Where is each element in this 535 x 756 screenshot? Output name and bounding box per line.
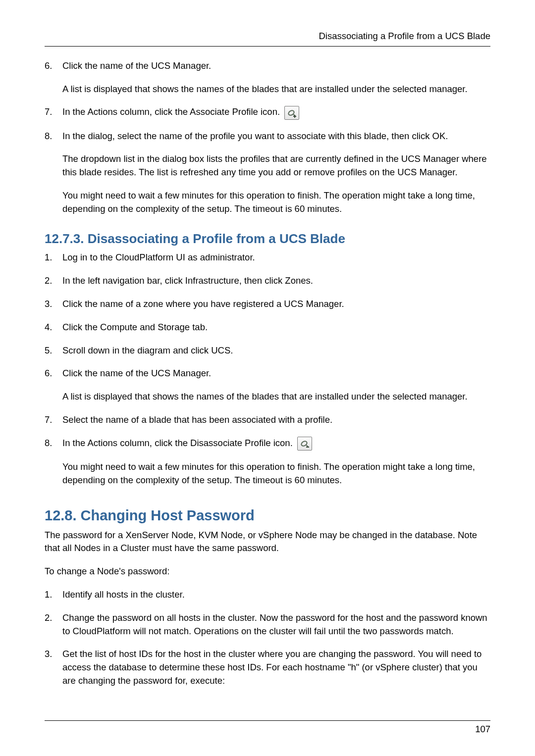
step-list-12-7-3: 1. Log in to the CloudPlatform UI as adm…: [45, 251, 490, 487]
step-number: 6.: [45, 367, 52, 380]
step-text: In the left navigation bar, click Infras…: [62, 274, 490, 288]
step-text-span: In the Actions column, click the Associa…: [62, 106, 280, 117]
list-item: 7. In the Actions column, click the Asso…: [45, 105, 490, 119]
step-text: Click the name of a zone where you have …: [62, 298, 490, 311]
step-text-span: In the Actions column, click the Disasso…: [62, 438, 293, 448]
disassociate-profile-icon: [297, 437, 312, 451]
step-text: You might need to wait a few minutes for…: [62, 460, 490, 487]
step-text: Get the list of host IDs for the host in…: [62, 648, 490, 687]
list-item: 2. Change the password on all hosts in t…: [45, 611, 490, 638]
step-text: Click the Compute and Storage tab.: [62, 321, 490, 334]
step-number: 5.: [45, 344, 52, 357]
step-list-12-8: 1. Identify all hosts in the cluster. 2.…: [45, 588, 490, 688]
step-number: 1.: [45, 588, 52, 602]
step-number: 3.: [45, 648, 52, 661]
step-text: Log in to the CloudPlatform UI as admini…: [62, 251, 490, 264]
list-item: 8. In the dialog, select the name of the…: [45, 130, 490, 216]
list-item: 3. Click the name of a zone where you ha…: [45, 298, 490, 311]
step-number: 3.: [45, 298, 52, 311]
step-text: Click the name of the UCS Manager.: [62, 367, 490, 380]
step-text: In the dialog, select the name of the pr…: [62, 130, 490, 143]
step-text: Select the name of a blade that has been…: [62, 413, 490, 427]
list-item: 2. In the left navigation bar, click Inf…: [45, 274, 490, 288]
step-number: 1.: [45, 251, 52, 264]
step-number: 8.: [45, 437, 52, 450]
list-item: 6. Click the name of the UCS Manager. A …: [45, 367, 490, 403]
list-item: 5. Scroll down in the diagram and click …: [45, 344, 490, 357]
step-number: 2.: [45, 611, 52, 625]
section-intro: The password for a XenServer Node, KVM N…: [45, 529, 490, 555]
running-header: Disassociating a Profile from a UCS Blad…: [45, 30, 490, 47]
list-item: 7. Select the name of a blade that has b…: [45, 413, 490, 427]
step-text: Identify all hosts in the cluster.: [62, 588, 490, 602]
step-text: A list is displayed that shows the names…: [62, 390, 490, 403]
step-number: 2.: [45, 274, 52, 288]
step-text: Scroll down in the diagram and click UCS…: [62, 344, 490, 357]
list-item: 1. Log in to the CloudPlatform UI as adm…: [45, 251, 490, 264]
list-item: 6. Click the name of the UCS Manager. A …: [45, 59, 490, 96]
step-number: 7.: [45, 105, 52, 119]
step-text: You might need to wait a few minutes for…: [62, 189, 490, 216]
step-text: A list is displayed that shows the names…: [62, 83, 490, 96]
page-number: 107: [45, 720, 490, 736]
step-text: Click the name of the UCS Manager.: [62, 59, 490, 73]
list-item: 1. Identify all hosts in the cluster.: [45, 588, 490, 602]
section-heading-12-7-3: 12.7.3. Disassociating a Profile from a …: [45, 230, 490, 249]
list-item: 4. Click the Compute and Storage tab.: [45, 321, 490, 334]
step-number: 7.: [45, 413, 52, 427]
step-number: 8.: [45, 130, 52, 143]
step-text: The dropdown list in the dialog box list…: [62, 152, 490, 179]
step-number: 4.: [45, 321, 52, 334]
step-number: 6.: [45, 59, 52, 73]
page-footer: 107: [45, 720, 490, 736]
step-text: In the Actions column, click the Associa…: [62, 105, 490, 119]
svg-line-5: [306, 445, 308, 447]
section-intro: To change a Node's password:: [45, 565, 490, 578]
section-heading-12-8: 12.8. Changing Host Password: [45, 505, 490, 526]
list-item: 8. In the Actions column, click the Disa…: [45, 437, 490, 487]
associate-profile-icon: [284, 106, 299, 120]
list-item: 3. Get the list of host IDs for the host…: [45, 648, 490, 687]
step-text: Change the password on all hosts in the …: [62, 611, 490, 638]
step-text: In the Actions column, click the Disasso…: [62, 437, 490, 451]
continued-step-list: 6. Click the name of the UCS Manager. A …: [45, 59, 490, 216]
